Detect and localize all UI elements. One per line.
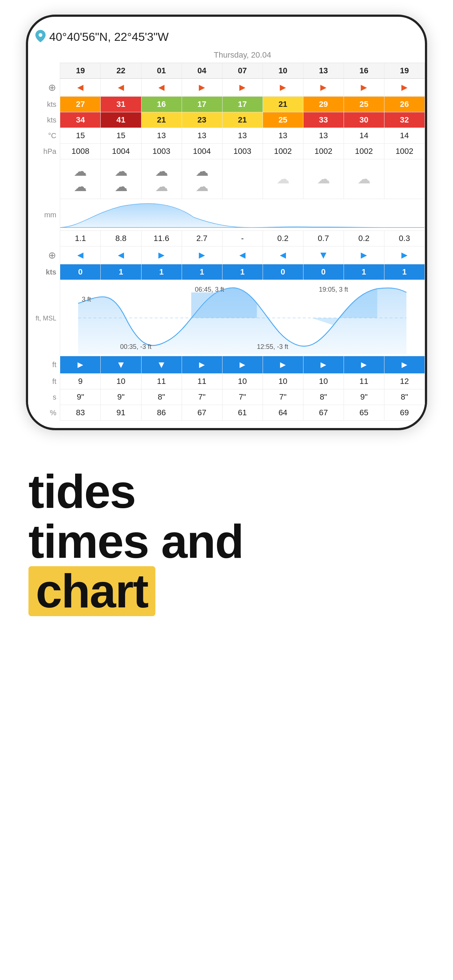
kts2-1: 41: [100, 112, 141, 128]
swell-ft-label: ft: [52, 361, 56, 369]
wind-arrow-2: ◄: [156, 82, 167, 93]
kts1-8: 26: [384, 97, 424, 112]
wind-arrow-0: ◄: [75, 82, 86, 93]
wave-arrow-3: ►: [197, 250, 207, 261]
wave-arrow-5: ◄: [278, 250, 288, 261]
svg-text:3 ft: 3 ft: [82, 296, 91, 303]
time-22: 22: [100, 63, 141, 79]
swell-h-7: 11: [344, 374, 384, 390]
time-row: 19 22 01 04 07 10 13 16 19: [28, 63, 425, 79]
pressure-6: 1002: [303, 144, 344, 159]
pressure-8: 1002: [384, 144, 424, 159]
time-04: 04: [182, 63, 222, 79]
weather-table-scroll[interactable]: Thursday, 20.04 19 22 01 04 07 10 13 16 …: [28, 48, 425, 421]
swell-arrow-8: ►: [400, 359, 409, 370]
cloud-icon-6: ☁: [317, 171, 330, 186]
kts-row-1: kts 27 31 16 17 17 21 29 25 26: [28, 97, 425, 112]
temp-3: 13: [182, 128, 222, 144]
swell-ft-label2: ft: [52, 377, 56, 385]
swell-h-3: 11: [182, 374, 222, 390]
rain-val-6: 0.7: [303, 231, 344, 247]
temp-8: 14: [384, 128, 424, 144]
swell-arrow-0: ►: [76, 359, 85, 370]
kts1-6: 29: [303, 97, 344, 112]
swell-e-4: 61: [222, 405, 263, 421]
wave-kts-label: kts: [46, 268, 57, 276]
rain-val-8: 0.3: [384, 231, 424, 247]
date-text: Thursday, 20.04: [214, 50, 271, 59]
location-coordinates: 40°40'56"N, 22°45'3"W: [49, 30, 169, 44]
rain-val-7: 0.2: [344, 231, 384, 247]
swell-h-1: 10: [100, 374, 141, 390]
promo-highlight: chart: [29, 566, 155, 616]
promo-line3: chart: [36, 565, 148, 617]
pressure-1: 1004: [100, 144, 141, 159]
temp-7: 14: [344, 128, 384, 144]
kts1-5: 21: [263, 97, 303, 112]
weather-grid: Thursday, 20.04 19 22 01 04 07 10 13 16 …: [28, 48, 425, 421]
kts-row-2: kts 34 41 21 23 21 25 33 30 32: [28, 112, 425, 128]
cloud-icon-7: ☁: [357, 171, 370, 186]
wave-kts-5: 0: [263, 264, 303, 280]
swell-arrow-4: ►: [238, 359, 247, 370]
swell-e-2: 86: [141, 405, 182, 421]
cloud-icon-2b: ☁: [155, 179, 168, 194]
wave-arrow-2: ►: [156, 250, 167, 261]
kts2-6: 33: [303, 112, 344, 128]
kts2-2: 21: [141, 112, 182, 128]
swell-height-row: ft 9 10 11 11 10 10 10 11 12: [28, 374, 425, 390]
promo-text-section: tides times and chart: [0, 430, 453, 645]
temperature-row: °C 15 15 13 13 13 13 13 14 14: [28, 128, 425, 144]
swell-e-0: 83: [60, 405, 100, 421]
wave-kts-1: 1: [100, 264, 141, 280]
cloud-icon-0b: ☁: [74, 179, 87, 194]
kts1-2: 16: [141, 97, 182, 112]
cloud-icon-5: ☁: [276, 171, 290, 186]
temp-label: °C: [48, 132, 56, 140]
rain-val-0: 1.1: [60, 231, 100, 247]
svg-text:19:05, 3 ft: 19:05, 3 ft: [319, 286, 348, 293]
kts2-4: 21: [222, 112, 263, 128]
pressure-4: 1003: [222, 144, 263, 159]
rain-val-2: 11.6: [141, 231, 182, 247]
cloud-icon-0: ☁: [74, 164, 87, 179]
wave-kts-2: 1: [141, 264, 182, 280]
cloud-icon-3b: ☁: [196, 179, 209, 194]
pressure-2: 1003: [141, 144, 182, 159]
kts2-0: 34: [60, 112, 100, 128]
promo-line2: times and: [29, 517, 424, 566]
swell-p-1: 9": [100, 390, 141, 405]
cloud-icon-1b: ☁: [115, 179, 128, 194]
kts1-7: 25: [344, 97, 384, 112]
pressure-label: hPa: [43, 147, 57, 155]
swell-arrow-3: ►: [197, 359, 207, 370]
pressure-3: 1004: [182, 144, 222, 159]
swell-e-6: 67: [303, 405, 344, 421]
pressure-7: 1002: [344, 144, 384, 159]
swell-arrow-1: ▼: [116, 359, 126, 370]
wave-kts-3: 1: [182, 264, 222, 280]
kts1-4: 17: [222, 97, 263, 112]
promo-line1: tides: [29, 467, 424, 517]
swell-h-6: 10: [303, 374, 344, 390]
wave-arrow-1: ◄: [116, 250, 126, 261]
swell-p-2: 8": [141, 390, 182, 405]
wind-arrow-1: ◄: [116, 82, 126, 93]
kts2-5: 25: [263, 112, 303, 128]
wind-arrow-5: ►: [278, 82, 288, 93]
time-10: 10: [263, 63, 303, 79]
swell-e-8: 69: [384, 405, 424, 421]
swell-e-5: 64: [263, 405, 303, 421]
rain-val-4: -: [222, 231, 263, 247]
time-07: 07: [222, 63, 263, 79]
swell-h-2: 11: [141, 374, 182, 390]
wave-arrow-8: ►: [399, 250, 410, 261]
rain-val-3: 2.7: [182, 231, 222, 247]
wave-kts-row: kts 0 1 1 1 1 0 0 1 1: [28, 264, 425, 280]
wind-arrow-4: ►: [238, 82, 248, 93]
wave-arrow-6: ▼: [318, 250, 329, 261]
wave-arrow-7: ►: [359, 250, 369, 261]
swell-s-label: s: [53, 393, 56, 401]
swell-e-1: 91: [100, 405, 141, 421]
promo-title: tides times and chart: [29, 467, 424, 616]
